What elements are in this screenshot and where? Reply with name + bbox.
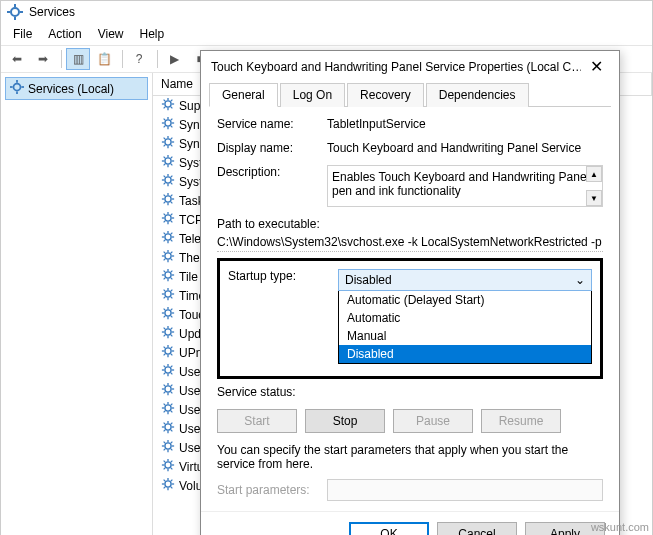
svg-line-141 (164, 366, 166, 368)
gear-icon (161, 135, 175, 152)
menubar: File Action View Help (1, 23, 652, 45)
svg-point-37 (165, 158, 171, 164)
description-box: Enables Touch Keyboard and Handwriting P… (327, 165, 603, 207)
svg-line-135 (164, 354, 166, 356)
svg-point-64 (165, 215, 171, 221)
svg-line-132 (164, 347, 166, 349)
svg-point-136 (165, 367, 171, 373)
svg-point-163 (165, 424, 171, 430)
startup-option[interactable]: Automatic (339, 309, 591, 327)
titlebar: Services (1, 1, 652, 23)
gear-icon (161, 211, 175, 228)
menu-view[interactable]: View (90, 25, 132, 43)
svg-line-178 (171, 449, 173, 451)
window-title: Services (29, 5, 75, 19)
svg-line-150 (164, 385, 166, 387)
svg-line-62 (171, 195, 173, 197)
svg-point-82 (165, 253, 171, 259)
svg-line-44 (171, 157, 173, 159)
gear-icon (161, 268, 175, 285)
svg-line-45 (164, 164, 166, 166)
scroll-down-button[interactable]: ▼ (586, 190, 602, 206)
svg-line-90 (164, 259, 166, 261)
svg-line-170 (171, 423, 173, 425)
startup-option[interactable]: Automatic (Delayed Start) (339, 291, 591, 309)
svg-point-91 (165, 272, 171, 278)
menu-file[interactable]: File (5, 25, 40, 43)
startup-type-combo[interactable]: Disabled ⌄ (338, 269, 592, 291)
gear-icon (161, 230, 175, 247)
startup-type-dropdown[interactable]: Automatic (Delayed Start)AutomaticManual… (338, 291, 592, 364)
svg-point-154 (165, 405, 171, 411)
gear-icon (161, 477, 175, 494)
svg-line-114 (164, 309, 166, 311)
gear-icon (161, 382, 175, 399)
svg-point-10 (165, 101, 171, 107)
svg-line-51 (164, 176, 166, 178)
svg-point-190 (165, 481, 171, 487)
export-list-button[interactable]: 📋 (92, 48, 116, 70)
cancel-button[interactable]: Cancel (437, 522, 517, 535)
svg-line-78 (164, 233, 166, 235)
tab-logon[interactable]: Log On (280, 83, 345, 107)
svg-line-188 (171, 461, 173, 463)
svg-line-105 (164, 290, 166, 292)
label-service-status: Service status: (217, 385, 327, 399)
note-text: You can specify the start parameters tha… (217, 443, 603, 471)
svg-point-109 (165, 310, 171, 316)
svg-point-55 (165, 196, 171, 202)
value-display-name: Touch Keyboard and Handwriting Panel Ser… (327, 141, 603, 155)
svg-line-134 (171, 347, 173, 349)
gear-icon (161, 401, 175, 418)
tab-recovery[interactable]: Recovery (347, 83, 424, 107)
menu-action[interactable]: Action (40, 25, 89, 43)
svg-line-97 (171, 278, 173, 280)
svg-line-69 (164, 214, 166, 216)
svg-line-15 (164, 100, 166, 102)
startup-option[interactable]: Disabled (339, 345, 591, 363)
svg-line-123 (164, 328, 166, 330)
ok-button[interactable]: OK (349, 522, 429, 535)
startup-option[interactable]: Manual (339, 327, 591, 345)
back-button[interactable]: ⬅ (5, 48, 29, 70)
help-button[interactable]: ? (127, 48, 151, 70)
show-hide-tree-button[interactable]: ▥ (66, 48, 90, 70)
svg-line-159 (164, 404, 166, 406)
close-button[interactable]: ✕ (584, 57, 609, 76)
label-service-name: Service name: (217, 117, 327, 131)
svg-line-117 (164, 316, 166, 318)
tab-general[interactable]: General (209, 83, 278, 107)
forward-button[interactable]: ➡ (31, 48, 55, 70)
pause-button: Pause (393, 409, 473, 433)
gear-icon (161, 287, 175, 304)
scroll-up-button[interactable]: ▲ (586, 166, 602, 182)
svg-line-71 (171, 214, 173, 216)
svg-line-152 (171, 385, 173, 387)
svg-line-43 (171, 164, 173, 166)
svg-line-99 (164, 278, 166, 280)
svg-line-116 (171, 309, 173, 311)
gear-icon (161, 420, 175, 437)
stop-button[interactable]: Stop (305, 409, 385, 433)
svg-line-177 (164, 442, 166, 444)
svg-line-16 (171, 107, 173, 109)
services-icon (10, 80, 24, 97)
gear-icon (161, 306, 175, 323)
gear-icon (161, 97, 175, 114)
start-params-input (327, 479, 603, 501)
tree-node-services-local[interactable]: Services (Local) (5, 77, 148, 100)
svg-line-80 (171, 233, 173, 235)
svg-line-106 (171, 297, 173, 299)
svg-line-179 (171, 442, 173, 444)
svg-line-25 (171, 126, 173, 128)
svg-line-27 (164, 126, 166, 128)
menu-help[interactable]: Help (132, 25, 173, 43)
svg-line-35 (171, 138, 173, 140)
label-start-params: Start parameters: (217, 483, 327, 497)
start-service-button[interactable]: ▶ (162, 48, 186, 70)
tab-dependencies[interactable]: Dependencies (426, 83, 529, 107)
svg-line-17 (171, 100, 173, 102)
services-icon (7, 4, 23, 20)
svg-line-162 (164, 411, 166, 413)
svg-point-46 (165, 177, 171, 183)
